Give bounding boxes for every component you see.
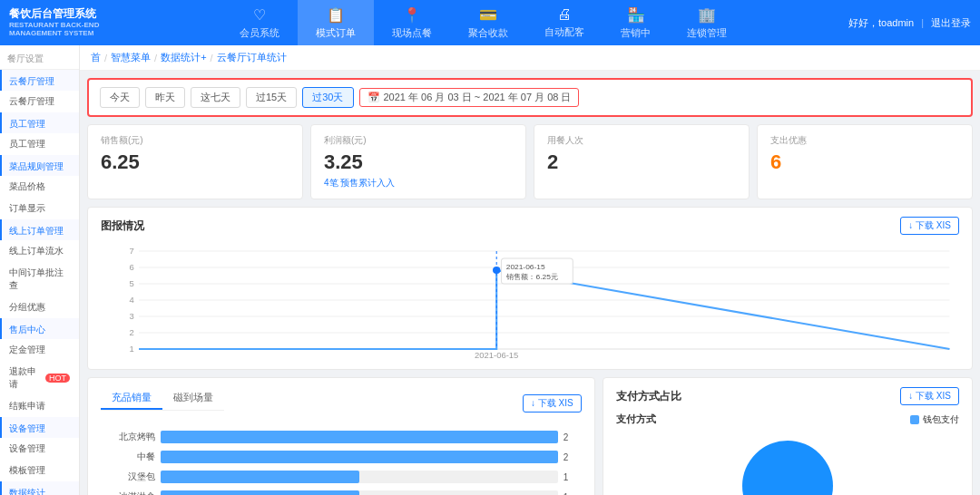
bar-val-0: 2	[564, 432, 582, 442]
stat-discount-label: 支出优惠	[770, 134, 959, 147]
orders-icon: 📋	[327, 6, 345, 24]
line-chart-download[interactable]: ↓ 下载 XIS	[900, 217, 959, 235]
bar-row-1: 中餐 2	[101, 451, 582, 463]
line-chart-section: 图报情况 ↓ 下载 XIS 7 6 5 4	[87, 207, 973, 370]
bar-fill-2	[161, 471, 359, 483]
nav-orders[interactable]: 📋 模式订单	[298, 0, 374, 45]
sidebar-item-price[interactable]: 菜品价格	[0, 176, 79, 198]
sidebar-item-order-display[interactable]: 订单显示	[0, 198, 79, 219]
logout-link[interactable]: 退出登录	[931, 16, 971, 30]
chain-icon: 🏢	[698, 6, 716, 24]
date-btn-30days[interactable]: 过30天	[302, 87, 353, 108]
bar-chart-header: 充品销量 磁到场量 ↓ 下载 XIS	[101, 387, 582, 420]
sidebar-item-staff[interactable]: 员工管理	[0, 133, 79, 155]
sidebar: 餐厅设置 云餐厅管理 云餐厅管理 员工管理 员工管理 菜品规则管理 菜品价格 订…	[0, 45, 80, 495]
calendar-icon: 📅	[368, 92, 380, 103]
date-range-input[interactable]: 📅 2021 年 06 月 03 日 ~ 2021 年 07 月 08 日	[359, 88, 580, 107]
sidebar-item-refund[interactable]: 退款申请HOT	[0, 361, 79, 395]
stat-card-profit: 利润额(元) 3.25 4笔 预售累计入入	[310, 124, 526, 199]
nav-membership[interactable]: ♡ 会员系统	[221, 0, 298, 45]
stat-sales-value: 6.25	[101, 150, 289, 174]
nav-printer[interactable]: 🖨 自动配客	[526, 0, 603, 45]
nav-collect[interactable]: 💳 聚合收款	[450, 0, 526, 45]
tab-bar: 充品销量 磁到场量	[101, 387, 224, 411]
bar-track-1	[161, 451, 558, 463]
bottom-row: 充品销量 磁到场量 ↓ 下载 XIS 北京烤鸭 2 中餐	[87, 377, 973, 495]
svg-text:6: 6	[130, 263, 134, 272]
sidebar-item-group-discount[interactable]: 分组优惠	[0, 296, 79, 318]
stat-profit-value: 3.25	[324, 150, 513, 174]
date-filter-bar: 今天 昨天 这七天 过15天 过30天 📅 2021 年 06 月 03 日 ~…	[87, 78, 973, 117]
pie-chart-header: 支付方式占比 ↓ 下载 XIS	[616, 387, 959, 405]
bar-track-0	[161, 431, 558, 443]
sidebar-group-staff: 员工管理	[0, 112, 79, 133]
nav-chain[interactable]: 🏢 连锁管理	[669, 0, 745, 45]
sidebar-group-menu: 菜品规则管理	[0, 155, 79, 176]
svg-text:2: 2	[130, 328, 134, 337]
bar-val-3: 1	[564, 492, 582, 496]
bar-val-1: 2	[564, 452, 582, 462]
bar-chart-download[interactable]: ↓ 下载 XIS	[523, 394, 582, 412]
svg-text:2021-06-15: 2021-06-15	[506, 263, 545, 271]
breadcrumb-home[interactable]: 首	[91, 51, 101, 64]
app-logo: 餐饮后台管理系统 RESTAURANT BACK-END MANAGEMENT …	[9, 7, 118, 38]
printer-icon: 🖨	[557, 6, 572, 23]
tab-venue-sales[interactable]: 磁到场量	[162, 387, 224, 410]
sidebar-item-template[interactable]: 模板管理	[0, 460, 79, 481]
stat-guests-value: 2	[547, 150, 736, 174]
breadcrumb-current: 云餐厅订单统计	[217, 51, 287, 64]
breadcrumb-data-stats[interactable]: 数据统计+	[161, 51, 206, 64]
stat-profit-sub: 4笔 预售累计入入	[324, 177, 513, 189]
bar-fill-3	[161, 490, 359, 495]
stat-card-guests: 用餐人次 2	[534, 124, 750, 199]
bar-label-3: 冰淇淋盒	[101, 490, 155, 495]
sidebar-group-cloud: 云餐厅管理	[0, 70, 79, 91]
date-btn-7days[interactable]: 这七天	[191, 87, 240, 108]
bar-label-2: 汉堡包	[101, 471, 155, 483]
date-btn-15days[interactable]: 过15天	[246, 87, 297, 108]
sidebar-group-stats: 数据统计	[0, 481, 79, 495]
nav-items: ♡ 会员系统 📋 模式订单 📍 现场点餐 💳 聚合收款 🖨 自动配客 🏪 营销中…	[118, 0, 848, 45]
nav-venue[interactable]: 📍 现场点餐	[374, 0, 450, 45]
tab-product-sales[interactable]: 充品销量	[101, 387, 162, 410]
pie-chart-title: 支付方式	[616, 412, 656, 426]
stat-sales-label: 销售额(元)	[101, 134, 289, 147]
membership-icon: ♡	[253, 6, 266, 24]
sidebar-item-order-batch[interactable]: 中间订单批注查	[0, 262, 79, 296]
pie-chart-section: 支付方式占比 ↓ 下载 XIS 支付方式 钱包支付 微信支付: 100%	[603, 377, 973, 495]
svg-text:1: 1	[130, 345, 134, 354]
stat-guests-label: 用餐人次	[547, 134, 736, 147]
bar-row-0: 北京烤鸭 2	[101, 431, 582, 443]
sidebar-section-settings: 餐厅设置	[0, 45, 79, 70]
sidebar-group-device: 设备管理	[0, 417, 79, 438]
line-chart-title: 图报情况	[101, 218, 144, 234]
nav-shop[interactable]: 🏪 营销中	[603, 0, 669, 45]
legend-dot-wechat	[910, 415, 919, 424]
svg-text:5: 5	[130, 279, 134, 288]
pie-section-title: 支付方式占比	[616, 389, 681, 404]
date-btn-today[interactable]: 今天	[100, 87, 140, 108]
main-layout: 餐厅设置 云餐厅管理 云餐厅管理 员工管理 员工管理 菜品规则管理 菜品价格 订…	[0, 45, 980, 495]
sidebar-item-cloud-mgmt[interactable]: 云餐厅管理	[0, 91, 79, 112]
bar-row-3: 冰淇淋盒 1	[101, 490, 582, 495]
pie-title-row: 支付方式 钱包支付	[616, 412, 959, 426]
sidebar-item-device-mgmt[interactable]: 设备管理	[0, 438, 79, 460]
legend-label-wechat: 钱包支付	[923, 413, 959, 426]
bar-val-2: 1	[564, 472, 582, 482]
line-chart-canvas: 7 6 5 4 3 2 1 2021-06-15	[101, 242, 959, 360]
pie-chart-download[interactable]: ↓ 下载 XIS	[900, 387, 959, 405]
stat-profit-label: 利润额(元)	[324, 134, 513, 147]
pie-legend: 钱包支付	[910, 412, 959, 426]
svg-point-20	[742, 441, 833, 495]
sidebar-item-deposit[interactable]: 定金管理	[0, 339, 79, 361]
top-navigation: 餐饮后台管理系统 RESTAURANT BACK-END MANAGEMENT …	[0, 0, 980, 45]
date-btn-yesterday[interactable]: 昨天	[145, 87, 185, 108]
line-chart-header: 图报情况 ↓ 下载 XIS	[101, 217, 959, 235]
bar-chart-canvas: 北京烤鸭 2 中餐 2 汉堡包	[101, 427, 582, 495]
breadcrumb-smart-menu[interactable]: 智慧菜单	[111, 51, 151, 64]
sidebar-item-checkout[interactable]: 结账申请	[0, 395, 79, 417]
svg-text:销售额：6.25元: 销售额：6.25元	[505, 273, 558, 281]
bar-track-3	[161, 490, 558, 495]
stat-card-sales: 销售额(元) 6.25	[87, 124, 303, 199]
sidebar-item-online-flow[interactable]: 线上订单流水	[0, 240, 79, 262]
